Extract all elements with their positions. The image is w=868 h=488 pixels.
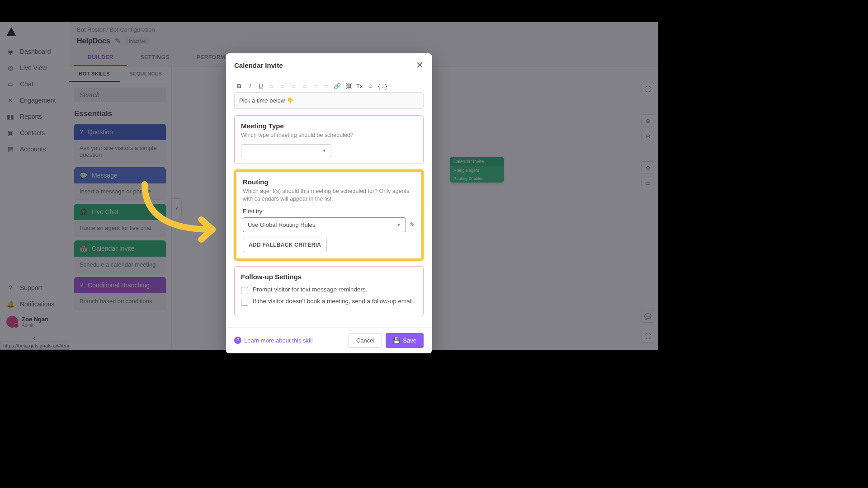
image-icon[interactable]: 🖼 bbox=[345, 83, 352, 89]
checkbox-label: If the visitor doesn't book a meeting, s… bbox=[253, 298, 415, 305]
align-center-icon[interactable]: ≡ bbox=[279, 83, 286, 89]
meeting-type-section: Meeting Type Which type of meeting shoul… bbox=[234, 115, 424, 164]
merge-tag-icon[interactable]: {...} bbox=[378, 83, 387, 89]
save-label: Save bbox=[403, 337, 416, 344]
close-button[interactable]: ✕ bbox=[416, 60, 424, 70]
select-value: Use Global Routing Rules bbox=[248, 221, 316, 228]
chevron-down-icon: ▼ bbox=[396, 222, 401, 227]
check-row: If the visitor doesn't book a meeting, s… bbox=[241, 298, 417, 306]
section-title: Follow-up Settings bbox=[241, 273, 417, 281]
check-row: Prompt visitor for text message reminder… bbox=[241, 286, 417, 294]
first-try-label: First try: bbox=[243, 208, 415, 215]
sms-reminder-checkbox[interactable] bbox=[241, 287, 248, 294]
chevron-down-icon: ▼ bbox=[322, 148, 326, 153]
modal-footer: ? Learn more about this skill Cancel 💾Sa… bbox=[226, 327, 432, 353]
modal-title: Calendar Invite bbox=[234, 61, 283, 69]
meeting-type-select[interactable]: ▼ bbox=[241, 144, 331, 157]
edit-routing-icon[interactable]: ✎ bbox=[410, 221, 415, 228]
clear-format-icon[interactable]: Tx bbox=[356, 83, 363, 89]
followup-section: Follow-up Settings Prompt visitor for te… bbox=[234, 266, 424, 316]
section-subtitle: Which type of meeting should be schedule… bbox=[241, 131, 417, 140]
learn-more-link[interactable]: ? Learn more about this skill bbox=[234, 337, 313, 344]
calendar-invite-modal: Calendar Invite ✕ B I U ≡ ≡ ≡ ≡ ≣ ≣ 🔗 🖼 … bbox=[226, 53, 432, 353]
app-shell: ◉Dashboard ◎Live View ▭Chat ✕Engagement … bbox=[0, 22, 658, 350]
section-title: Routing bbox=[243, 178, 415, 186]
help-icon: ? bbox=[234, 337, 241, 344]
save-modal-button[interactable]: 💾Save bbox=[386, 333, 424, 348]
learn-more-label: Learn more about this skill bbox=[244, 337, 313, 344]
footer-buttons: Cancel 💾Save bbox=[349, 333, 424, 348]
section-subtitle: Which agent(s) should this meeting be sc… bbox=[243, 188, 415, 203]
rte-toolbar: B I U ≡ ≡ ≡ ≡ ≣ ≣ 🔗 🖼 Tx ☺ {...} bbox=[234, 80, 424, 92]
modal-body: B I U ≡ ≡ ≡ ≡ ≣ ≣ 🔗 🖼 Tx ☺ {...} Pick a … bbox=[226, 77, 432, 327]
align-justify-icon[interactable]: ≡ bbox=[301, 83, 307, 89]
save-icon: 💾 bbox=[393, 337, 400, 344]
cancel-button[interactable]: Cancel bbox=[349, 333, 382, 348]
checkbox-label: Prompt visitor for text message reminder… bbox=[253, 286, 368, 293]
align-left-icon[interactable]: ≡ bbox=[269, 83, 275, 89]
unordered-list-icon[interactable]: ≣ bbox=[323, 83, 329, 89]
add-fallback-button[interactable]: ADD FALLBACK CRITERIA bbox=[243, 238, 327, 252]
ordered-list-icon[interactable]: ≣ bbox=[312, 83, 318, 89]
emoji-icon[interactable]: ☺ bbox=[367, 83, 373, 89]
routing-section: Routing Which agent(s) should this meeti… bbox=[234, 169, 424, 261]
link-icon[interactable]: 🔗 bbox=[334, 83, 341, 89]
rte-editor[interactable]: Pick a time below 👇 bbox=[234, 92, 424, 109]
bold-button[interactable]: B bbox=[236, 83, 242, 89]
followup-email-checkbox[interactable] bbox=[241, 299, 248, 306]
section-title: Meeting Type bbox=[241, 122, 417, 130]
italic-button[interactable]: I bbox=[247, 83, 253, 89]
routing-row: Use Global Routing Rules ▼ ✎ bbox=[243, 217, 415, 232]
align-right-icon[interactable]: ≡ bbox=[290, 83, 297, 89]
routing-select[interactable]: Use Global Routing Rules ▼ bbox=[243, 217, 406, 232]
modal-header: Calendar Invite ✕ bbox=[226, 53, 432, 77]
underline-button[interactable]: U bbox=[258, 83, 264, 89]
